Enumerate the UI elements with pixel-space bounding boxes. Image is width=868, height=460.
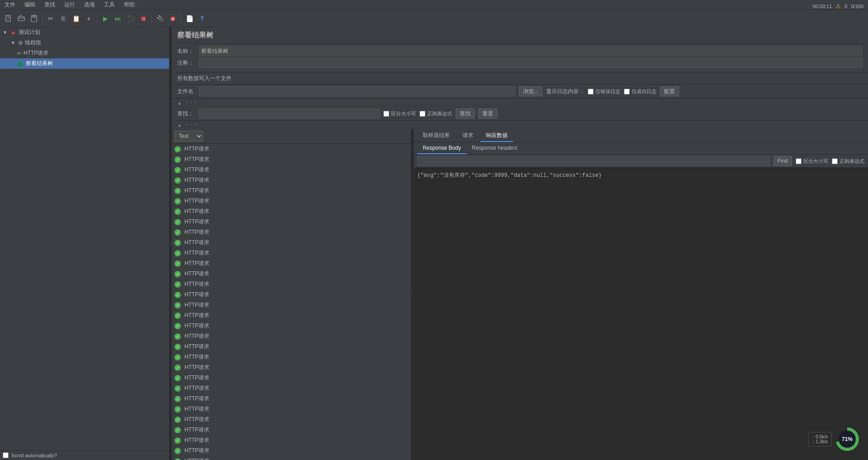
- regex-checkbox[interactable]: [420, 111, 425, 117]
- stop-button[interactable]: ⬛: [125, 13, 137, 24]
- reset-button[interactable]: 重置: [478, 109, 497, 119]
- menu-help[interactable]: 帮助: [122, 0, 137, 9]
- response-find-input[interactable]: [417, 156, 770, 166]
- regex-label[interactable]: 正则表达式: [420, 110, 452, 117]
- case-sensitive-label[interactable]: 区分大小写: [383, 110, 416, 117]
- test-plan-icon: 🔺: [10, 29, 17, 36]
- list-item[interactable]: ✓ HTTP请求: [172, 300, 411, 310]
- success-log-checkbox[interactable]: [624, 89, 630, 95]
- list-item[interactable]: ✓ HTTP请求: [172, 404, 411, 414]
- menu-run[interactable]: 运行: [62, 0, 77, 9]
- result-http-list[interactable]: ✓ HTTP请求 ✓ HTTP请求 ✓ HTTP请求 ✓ HTTP请求 ✓ HT…: [172, 144, 411, 460]
- help-toolbar-button[interactable]: ?: [196, 13, 208, 24]
- list-item[interactable]: ✓ HTTP请求: [172, 227, 411, 237]
- http-request-label: HTTP请求: [184, 197, 209, 205]
- list-item[interactable]: ✓ HTTP请求: [172, 362, 411, 373]
- record-button[interactable]: ⏺: [167, 13, 179, 24]
- list-item[interactable]: ✓ HTTP请求: [172, 258, 411, 269]
- run-button[interactable]: ▶: [99, 13, 111, 24]
- scroll-auto-checkbox[interactable]: [3, 452, 9, 458]
- response-content: {"msg":"没有库存","code":9999,"data":null,"s…: [414, 168, 868, 460]
- list-item[interactable]: ✓ HTTP请求: [172, 154, 411, 165]
- shutdown-button[interactable]: ⏹: [137, 13, 149, 24]
- open-button[interactable]: [15, 13, 27, 24]
- request-count: 0/100: [851, 4, 863, 9]
- response-regex-label[interactable]: 正则表达式: [832, 158, 864, 165]
- case-sensitive-checkbox[interactable]: [383, 111, 389, 117]
- search-button[interactable]: 查找: [456, 109, 475, 119]
- error-log-label[interactable]: 仅错误日志: [588, 88, 620, 95]
- green-check-icon: ✓: [175, 375, 181, 381]
- toolbar-sep2: [97, 14, 97, 24]
- list-item[interactable]: ✓ HTTP请求: [172, 383, 411, 394]
- list-item[interactable]: ✓ HTTP请求: [172, 185, 411, 196]
- list-item[interactable]: ✓ HTTP请求: [172, 341, 411, 352]
- tab-sampler-result[interactable]: 取样器结果: [417, 130, 455, 142]
- name-input[interactable]: [199, 46, 863, 56]
- green-check-icon: ✓: [175, 240, 181, 246]
- comment-input[interactable]: [199, 58, 863, 68]
- list-item[interactable]: ✓ HTTP请求: [172, 321, 411, 331]
- copy-button[interactable]: ⎘: [57, 13, 69, 24]
- tree-scroll[interactable]: ▼ 🔺 测试计划 ▼ ⚙ 线程组 ✏ HTTP请求 🌲 察看结果树: [0, 27, 169, 450]
- error-log-checkbox[interactable]: [588, 89, 594, 95]
- menu-tools[interactable]: 工具: [102, 0, 117, 9]
- success-log-label[interactable]: 仅成功日志: [624, 88, 656, 95]
- search-input[interactable]: [199, 109, 380, 119]
- collapse-bar-1[interactable]: ▲ · · ·: [172, 99, 868, 107]
- tab-response-headers[interactable]: Response headers: [467, 142, 523, 154]
- list-item[interactable]: ✓ HTTP请求: [172, 394, 411, 404]
- list-item[interactable]: ✓ HTTP请求: [172, 248, 411, 258]
- tree-test-plan[interactable]: ▼ 🔺 测试计划: [0, 27, 169, 38]
- list-item[interactable]: ✓ HTTP请求: [172, 456, 411, 460]
- list-item[interactable]: ✓ HTTP请求: [172, 352, 411, 362]
- menu-file[interactable]: 文件: [3, 0, 17, 9]
- tab-request[interactable]: 请求: [457, 130, 479, 142]
- remote-button[interactable]: 🔌: [154, 13, 166, 24]
- response-regex-checkbox[interactable]: [832, 158, 838, 164]
- list-item[interactable]: ✓ HTTP请求: [172, 373, 411, 383]
- filename-input[interactable]: [199, 86, 515, 96]
- list-item[interactable]: ✓ HTTP请求: [172, 435, 411, 446]
- find-button[interactable]: Find: [774, 156, 792, 166]
- menu-options[interactable]: 选项: [82, 0, 97, 9]
- collapse-bar-2[interactable]: ▲ · · ·: [172, 121, 868, 129]
- tree-http-request-parent[interactable]: ✏ HTTP请求: [0, 48, 169, 58]
- cut-button[interactable]: ✂: [45, 13, 57, 24]
- list-item[interactable]: ✓ HTTP请求: [172, 289, 411, 300]
- arrow-thread-group: ▼: [11, 40, 15, 45]
- list-item[interactable]: ✓ HTTP请求: [172, 175, 411, 185]
- list-item[interactable]: ✓ HTTP请求: [172, 414, 411, 425]
- template-button[interactable]: 📄: [184, 13, 195, 24]
- paste-button[interactable]: 📋: [70, 13, 82, 24]
- list-item[interactable]: ✓ HTTP请求: [172, 279, 411, 289]
- menu-find[interactable]: 查找: [42, 0, 57, 9]
- expand-button[interactable]: +: [83, 13, 94, 24]
- list-item[interactable]: ✓ HTTP请求: [172, 196, 411, 206]
- speed-down-value: 1.2k/s: [816, 439, 828, 444]
- list-item[interactable]: ✓ HTTP请求: [172, 206, 411, 217]
- new-button[interactable]: [3, 13, 14, 24]
- tab-response-body[interactable]: Response Body: [417, 142, 467, 154]
- list-item[interactable]: ✓ HTTP请求: [172, 331, 411, 341]
- text-dropdown[interactable]: Text JSON XML HTML: [175, 131, 203, 142]
- list-item[interactable]: ✓ HTTP请求: [172, 237, 411, 248]
- green-check-icon: ✓: [175, 313, 181, 319]
- list-item[interactable]: ✓ HTTP请求: [172, 310, 411, 321]
- tree-result-tree[interactable]: 🌲 察看结果树: [0, 58, 169, 69]
- tree-thread-group[interactable]: ▼ ⚙ 线程组: [0, 38, 169, 48]
- run-pause-button[interactable]: ⏭: [112, 13, 124, 24]
- tab-response-data[interactable]: 响应数据: [481, 130, 513, 142]
- list-item[interactable]: ✓ HTTP请求: [172, 165, 411, 175]
- list-item[interactable]: ✓ HTTP请求: [172, 446, 411, 456]
- list-item[interactable]: ✓ HTTP请求: [172, 144, 411, 154]
- list-item[interactable]: ✓ HTTP请求: [172, 217, 411, 227]
- browse-button[interactable]: 浏览...: [519, 86, 542, 96]
- menu-edit[interactable]: 编辑: [23, 0, 37, 9]
- save-button[interactable]: [28, 13, 40, 24]
- response-case-label[interactable]: 区分大小写: [796, 158, 828, 165]
- config-button[interactable]: 配置: [660, 86, 679, 96]
- list-item[interactable]: ✓ HTTP请求: [172, 425, 411, 435]
- response-case-checkbox[interactable]: [796, 158, 802, 164]
- list-item[interactable]: ✓ HTTP请求: [172, 269, 411, 279]
